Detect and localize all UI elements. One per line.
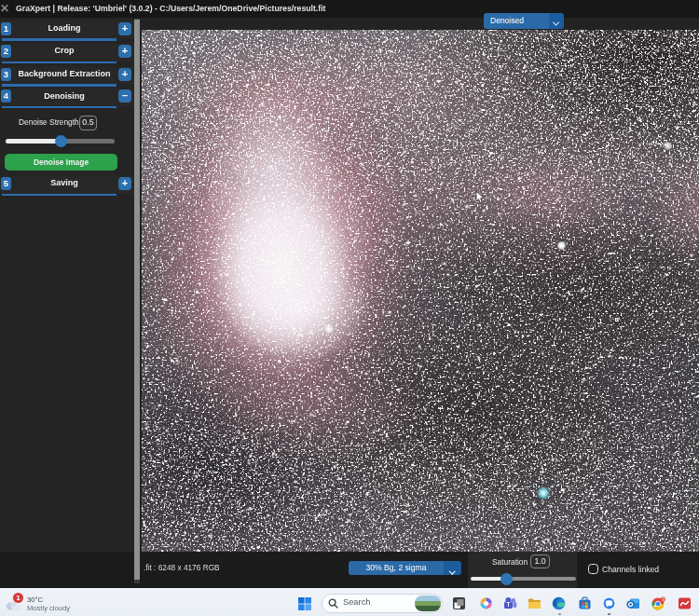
svg-text:T: T: [507, 601, 511, 608]
